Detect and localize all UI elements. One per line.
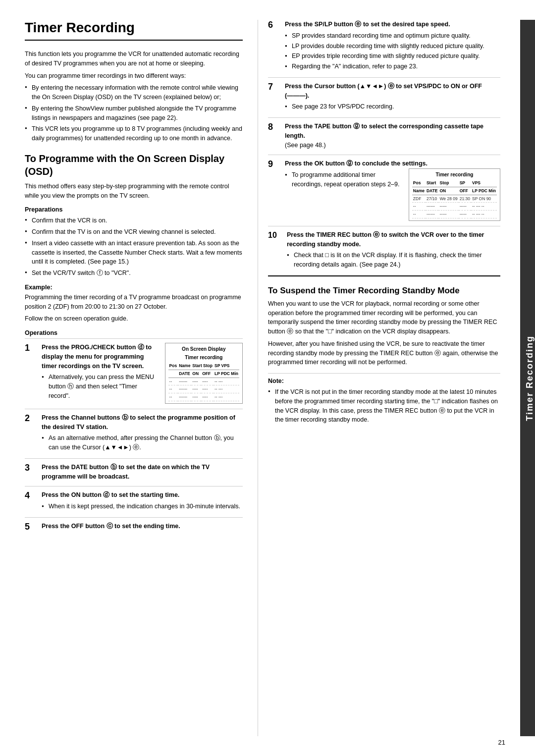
- osd-h1: Pos: [168, 362, 178, 370]
- step-10-main: Press the TIMER REC button ⓔ to switch t…: [287, 231, 484, 248]
- osd-row-1: ------------------ ---: [168, 378, 239, 385]
- suspend-section: To Suspend the Timer Recording Standby M…: [268, 275, 500, 367]
- step-9-content: Press the OK button ⓖ to conclude the se…: [285, 159, 500, 221]
- step-6: 6 Press the SP/LP button ⓔ to set the de…: [268, 20, 500, 72]
- osd-row-3: ------------------ ---: [168, 393, 239, 401]
- step-2-bullet-1: As an alternative method, after pressing…: [42, 433, 243, 452]
- osd-h6: DATE: [178, 370, 191, 378]
- step-7-bullet-1: See page 23 for VPS/PDC recording.: [285, 102, 500, 111]
- step-1-text-area: Press the PROG./CHECK button ⓓ to displa…: [42, 343, 159, 402]
- step-7-content: Press the Cursor button (▲▼◄►) ⓔ to set …: [285, 82, 500, 112]
- suspend-para-1: When you want to use the VCR for playbac…: [268, 299, 500, 336]
- prep-4: Set the VCR/TV switch ⓕ to "VCR".: [25, 269, 243, 278]
- sidebar-label: Timer Recording: [522, 330, 535, 426]
- osd-header-row2: DATE ON OFF LP PDC Min: [168, 370, 239, 378]
- intro-text-2: You can programme timer recordings in tw…: [25, 71, 243, 81]
- osd-h3: Start Stop: [191, 362, 214, 370]
- step-10: 10 Press the TIMER REC button ⓔ to switc…: [268, 226, 500, 270]
- osd-table: Pos Name Start Stop SP VPS DATE ON OFF L…: [168, 362, 239, 401]
- page-number: 21: [498, 739, 505, 746]
- left-column: Timer Recording This function lets you p…: [0, 20, 258, 736]
- step-6-number: 6: [268, 20, 282, 72]
- timer-row-1: ZDF 27/10 We 28 09 21:30 SP ON 90: [412, 195, 497, 203]
- step-1-with-image: Press the PROG./CHECK button ⓓ to displa…: [42, 343, 243, 404]
- step-7-number: 7: [268, 82, 282, 112]
- prep-1: Confirm that the VCR is on.: [25, 216, 243, 225]
- step-9-number: 9: [268, 159, 282, 221]
- intro-bullet-3: This VCR lets you programme up to 8 TV p…: [25, 124, 243, 143]
- preparations-list: Confirm that the VCR is on. Confirm that…: [25, 216, 243, 278]
- timer-rec-box: Timer recording Pos Start Stop SP VPS Na…: [409, 168, 500, 221]
- timer-box-table: Pos Start Stop SP VPS Name DATE ON OFF: [412, 179, 497, 218]
- follow-text: Follow the on screen operation guide.: [25, 314, 243, 324]
- step-6-bullet-1: SP provides standard recording time and …: [285, 31, 500, 41]
- step-8-main: Press the TAPE button ⓖ to select the co…: [285, 123, 483, 139]
- step-2-main: Press the Channel buttons ⓑ to select th…: [42, 414, 235, 431]
- example-text: Programming the timer recording of a TV …: [25, 293, 243, 312]
- sidebar: Timer Recording: [520, 20, 535, 736]
- timer-header-1: Pos Start Stop SP VPS: [412, 179, 497, 187]
- step-1-number: 1: [25, 343, 39, 404]
- step-6-bullet-3: EP provides triple recording time with s…: [285, 52, 500, 61]
- suspend-para-2: However, after you have finished using t…: [268, 339, 500, 367]
- step-3-number: 3: [25, 463, 39, 482]
- section-intro: This method offers easy step-by-step pro…: [25, 182, 243, 201]
- intro-bullet-2: By entering the ShowView number publishe…: [25, 104, 243, 123]
- note-bullet-1: If the VCR is not put in the timer recor…: [268, 387, 500, 425]
- step-8-content: Press the TAPE button ⓖ to select the co…: [285, 122, 500, 150]
- prep-2: Confirm that the TV is on and the VCR vi…: [25, 227, 243, 237]
- intro-bullets: By entering the necessary information wi…: [25, 83, 243, 143]
- step-6-bullet-2: LP provides double recording time with s…: [285, 42, 500, 51]
- note-bullets: If the VCR is not put in the timer recor…: [268, 387, 500, 425]
- osd-row-2: ------------------ ---: [168, 385, 239, 393]
- step-1-content: Press the PROG./CHECK button ⓓ to displa…: [42, 343, 243, 404]
- timer-box-title: Timer recording: [412, 171, 497, 178]
- step-3-content: Press the DATE button ⓑ to set the date …: [42, 463, 243, 482]
- step-5-main: Press the OFF button ⓒ to set the ending…: [42, 523, 180, 530]
- step-9-bullets: To programme additional timer recordings…: [285, 170, 405, 190]
- step-9-inline: To programme additional timer recordings…: [285, 168, 500, 221]
- step-6-bullets: SP provides standard recording time and …: [285, 31, 500, 71]
- osd-h2: Name: [178, 362, 191, 370]
- step-5-number: 5: [25, 522, 39, 533]
- osd-label: On Screen Display: [168, 345, 239, 353]
- step-8-number: 8: [268, 122, 282, 150]
- step-4-number: 4: [25, 490, 39, 512]
- step-10-content: Press the TIMER REC button ⓔ to switch t…: [287, 230, 500, 270]
- osd-h7: ON: [191, 370, 201, 378]
- osd-h5: [168, 370, 178, 378]
- step-7-bullets: See page 23 for VPS/PDC recording.: [285, 102, 500, 111]
- suspend-title: To Suspend the Timer Recording Standby M…: [268, 285, 500, 296]
- step-6-bullet-4: Regarding the "A" indication, refer to p…: [285, 62, 500, 71]
- preparations-heading: Preparations: [25, 206, 243, 213]
- osd-header-row1: Pos Name Start Stop SP VPS: [168, 362, 239, 370]
- page: Timer Recording This function lets you p…: [0, 0, 535, 756]
- note-section: Note: If the VCR is not put in the timer…: [268, 373, 500, 425]
- step-5-content: Press the OFF button ⓒ to set the ending…: [42, 522, 243, 533]
- step-3: 3 Press the DATE button ⓑ to set the dat…: [25, 458, 243, 482]
- step-10-bullets: Check that □ is lit on the VCR display. …: [287, 251, 500, 270]
- step-2-number: 2: [25, 413, 39, 453]
- right-column: 6 Press the SP/LP button ⓔ to set the de…: [258, 20, 520, 736]
- step-4-bullets: When it is kept pressed, the indication …: [42, 502, 243, 511]
- step-7: 7 Press the Cursor button (▲▼◄►) ⓔ to se…: [268, 77, 500, 112]
- step-8-sub-text: (See page 48.): [285, 142, 326, 149]
- osd-box: On Screen Display Timer recording Pos Na…: [165, 343, 243, 404]
- step-4: 4 Press the ON button ⓓ to set the start…: [25, 486, 243, 512]
- step-9-bullet-1: To programme additional timer recordings…: [285, 170, 405, 189]
- timer-row-2: -------------------- --- --: [412, 203, 497, 211]
- page-title: Timer Recording: [25, 20, 243, 41]
- step-1-bullet-1: Alternatively, you can press the MENU bu…: [42, 373, 159, 400]
- example-heading: Example:: [25, 284, 243, 291]
- step-5: 5 Press the OFF button ⓒ to set the endi…: [25, 517, 243, 533]
- prep-3: Insert a video cassette with an intact e…: [25, 239, 243, 267]
- step-2-content: Press the Channel buttons ⓑ to select th…: [42, 413, 243, 453]
- step-4-content: Press the ON button ⓓ to set the startin…: [42, 490, 243, 512]
- step-6-main: Press the SP/LP button ⓔ to set the desi…: [285, 21, 450, 28]
- step-1-main: Press the PROG./CHECK button ⓓ to displa…: [42, 344, 152, 370]
- step-4-bullet-1: When it is kept pressed, the indication …: [42, 502, 243, 511]
- timer-header-2: Name DATE ON OFF LP PDC Min: [412, 187, 497, 195]
- step-10-bullet-1: Check that □ is lit on the VCR display. …: [287, 251, 500, 270]
- timer-row-3: -------------------- --- --: [412, 211, 497, 218]
- step-3-main: Press the DATE button ⓑ to set the date …: [42, 464, 210, 480]
